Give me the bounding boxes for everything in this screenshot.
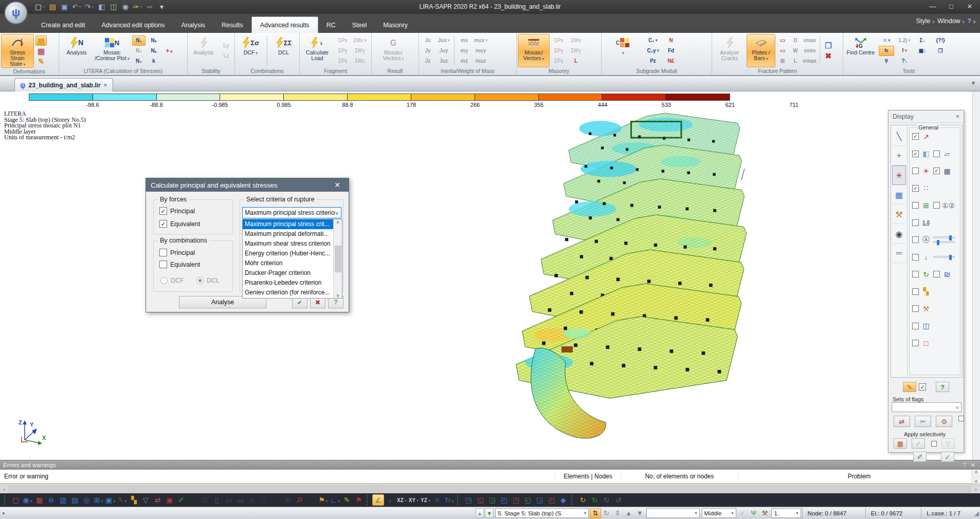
view-cube-icon[interactable]: ◰ (546, 494, 557, 506)
subgrade-icon-button[interactable]: N (664, 35, 678, 46)
isometric-view-button[interactable]: ∠ (372, 494, 384, 506)
errors-horizontal-scrollbar[interactable]: ‹ › (0, 484, 980, 494)
model-view-button[interactable]: ◧ (97, 1, 107, 12)
display-slider[interactable] (933, 236, 955, 238)
criteria-option[interactable]: Geniev criterion (for reinforce... (243, 288, 333, 298)
poly-pen-icon[interactable]: ✎ (116, 494, 128, 506)
criteria-option[interactable]: Maximum principal stress crit... (243, 219, 333, 229)
cut-flags-button[interactable]: ✂ (915, 416, 931, 427)
rotate-stop-icon[interactable]: ↻ (601, 494, 612, 506)
select-sphere-icon[interactable]: ◎ (81, 494, 93, 506)
display-slider[interactable] (933, 256, 955, 258)
undo-button[interactable]: ↶ (71, 1, 82, 12)
Nₛ[interactable]: Nₛ (147, 35, 160, 46)
ribbon-tab-steel[interactable]: Steel (344, 17, 375, 33)
scroll-up-icon[interactable]: ∧ (336, 219, 340, 225)
display-checkbox[interactable] (912, 288, 919, 295)
view-cube-icon[interactable]: ◲ (534, 494, 546, 506)
errors-panel-header[interactable]: Errors and warnings ⊤ ✕ (0, 460, 980, 470)
mesh-nodes-icon[interactable]: ▦ (33, 494, 45, 506)
empty-combobox[interactable]: ▾ (646, 508, 699, 518)
redo-button[interactable]: ↷ (84, 1, 95, 12)
scroll-right-icon[interactable]: › (972, 486, 980, 492)
forces-principal-checkbox[interactable] (159, 207, 167, 215)
criteria-option[interactable]: Energy criterion (Huber-Henc... (243, 249, 333, 258)
frame-red-icon[interactable]: ▭ (223, 494, 234, 506)
subgrade-mosaic-button[interactable]: C (603, 34, 643, 67)
display-checkbox[interactable] (933, 151, 940, 157)
layer-combobox[interactable]: Middle▾ (702, 508, 736, 518)
masonry-sum-button[interactable]: ΣPx (551, 35, 567, 46)
dcf-button[interactable]: Σσ DCF (236, 34, 265, 67)
view-cube-icon[interactable]: ◳ (510, 494, 522, 506)
rotate-node-button[interactable]: ↻ (601, 508, 612, 518)
view-xy-button[interactable]: XY (408, 494, 420, 506)
fragment-sum-button[interactable]: ΣMz (352, 56, 368, 66)
column-error-or-warning[interactable]: Error or warning (0, 473, 555, 480)
rotate-back-icon[interactable]: ↺ (612, 494, 624, 506)
move-flags-button[interactable]: ⇄ (894, 416, 910, 427)
tools-small-button[interactable]: {?!} (932, 35, 949, 46)
subgrade-c-button[interactable]: C₁y (644, 46, 662, 56)
subgrade-c-button[interactable]: C₁ (644, 35, 662, 46)
style-menu[interactable]: Style (916, 17, 935, 25)
litera-mosaic-button[interactable]: N Mosaic /Contour Plot (94, 34, 131, 67)
horizontal-elements-icon[interactable]: ▤ (69, 494, 81, 506)
view-cube-icon[interactable]: ◳ (463, 494, 475, 506)
fracture-eps-button[interactable]: εmax (803, 35, 817, 46)
help-menu[interactable]: ? (968, 17, 976, 25)
button[interactable] (305, 494, 317, 506)
red-frame-icon[interactable]: ▣ (164, 494, 175, 506)
select-line-icon[interactable]: ⊖ (45, 494, 57, 506)
inertia-j-button[interactable]: Jz (421, 56, 434, 66)
criteria-option[interactable]: Maximum principal deformati... (243, 229, 333, 239)
dimension-icon[interactable]: ∟ (329, 494, 341, 506)
pin-icon[interactable]: ⊤ (960, 462, 969, 469)
vertical-elements-icon[interactable]: ▥ (57, 494, 69, 506)
inertia-m-button[interactable]: mz (457, 56, 471, 66)
close-button[interactable]: ✕ (960, 0, 979, 13)
inertia-j-button[interactable]: Juy (436, 46, 451, 56)
confirm-icon[interactable]: ✓ (737, 508, 749, 518)
flag-yellow-icon[interactable]: ⚑ (317, 494, 329, 506)
stage-combobox[interactable]: 5. Stage 5: Slab (top) (S▾ (495, 508, 589, 518)
tools-small-button[interactable]: ❐ (932, 46, 949, 56)
maximize-button[interactable]: □ (942, 0, 960, 13)
zoom-in-icon[interactable]: ⚲ (282, 494, 294, 506)
fragment-sum-button[interactable]: ΣPx (335, 35, 351, 46)
stability-small-button[interactable]: Ly (220, 41, 232, 51)
line-tool[interactable]: ╲ (892, 126, 906, 146)
fracture-letter-button[interactable]: D (791, 35, 800, 46)
masonry-sum-button[interactable]: L (568, 56, 584, 66)
stress-strain-state-button[interactable]: Stress Strain State (1, 34, 34, 68)
inertia-m-button[interactable]: muy (473, 46, 488, 56)
calculate-load-button[interactable]: ◗ Calculate Load (301, 34, 334, 67)
display-checkbox[interactable] (912, 305, 919, 312)
toolbar-grip[interactable] (4, 495, 8, 505)
ribbon-tab-results[interactable]: Results (213, 17, 251, 33)
view-cube-icon[interactable]: ◱ (475, 494, 486, 506)
building-floors-icon[interactable]: ⌂ (258, 494, 270, 506)
tools-small-button[interactable]: ↻ (879, 46, 894, 56)
tools-small-button[interactable]: ▦↓ (915, 46, 930, 56)
tools-small-button[interactable]: 1.2) (896, 35, 913, 46)
display-checkbox[interactable] (933, 168, 940, 174)
dcl-radio[interactable] (196, 277, 204, 284)
close-panel-icon[interactable]: ✕ (969, 462, 977, 469)
crack-off-button[interactable]: ⊠ (777, 56, 788, 66)
building-icon[interactable]: ⌂ (246, 494, 258, 506)
snapshot-button[interactable]: ◉ (120, 1, 131, 12)
node-tool[interactable]: + (892, 146, 906, 165)
lamp-tool[interactable]: ☀ (892, 165, 906, 185)
new-document-button[interactable]: ▢ (34, 1, 46, 12)
inertia-j-button[interactable]: Jx (421, 35, 434, 46)
number-combobox[interactable]: 1.▾ (771, 508, 801, 518)
vertical-scrollbar[interactable] (972, 91, 980, 460)
display-checkbox[interactable] (912, 133, 919, 140)
analyse-cracks-button[interactable]: Analyse Cracks (713, 34, 746, 67)
view-yz-button[interactable]: YZ (420, 494, 431, 506)
frame-gray-icon[interactable]: ▭ (234, 494, 246, 506)
filter-funnel-icon[interactable]: ▽ (140, 494, 152, 506)
sets-of-flags-combobox[interactable]: ∨ (892, 402, 961, 412)
view-cube-icon[interactable]: ◲ (486, 494, 498, 506)
